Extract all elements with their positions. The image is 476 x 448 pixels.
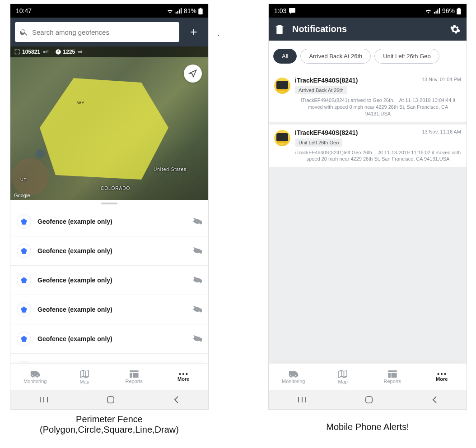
geofence-polygon[interactable] <box>37 74 173 182</box>
geofence-item[interactable]: Geofence (example only) <box>10 266 208 295</box>
nav-monitoring-label: Monitoring <box>282 379 305 384</box>
nav-map[interactable]: Map <box>318 364 368 390</box>
nav-more[interactable]: More <box>417 364 467 390</box>
status-time: 10:47 <box>16 7 32 14</box>
geofence-name: Geofence (example only) <box>37 247 187 254</box>
stat-area-unit: mi² <box>43 50 49 54</box>
phone-geofences: 10:47 81% 105821 mi² 1225 m <box>10 4 209 410</box>
nav-more-label: More <box>177 376 189 382</box>
geofence-item[interactable]: Geofence (example only) <box>10 295 208 324</box>
pentagon-icon <box>17 214 31 229</box>
caption-left-line2: (Polygon,Circle,Square,Line,Draw) <box>10 425 209 435</box>
home-button[interactable] <box>365 396 373 404</box>
visibility-off-icon[interactable] <box>193 217 202 226</box>
recents-button[interactable] <box>298 396 307 403</box>
geofence-item[interactable]: Geofence (example only) <box>10 324 208 354</box>
nav-reports[interactable]: Reports <box>368 364 417 390</box>
van-icon <box>30 370 40 378</box>
notification-title: iTrackEF4940S(8241) <box>295 129 417 136</box>
recents-button[interactable] <box>39 396 48 403</box>
search-field[interactable] <box>32 28 175 36</box>
location-arrow-icon <box>188 69 197 78</box>
more-icon <box>179 373 188 375</box>
svg-point-16 <box>441 373 443 374</box>
header-bar <box>10 18 208 46</box>
bottom-nav: Monitoring Map Reports More <box>269 363 467 390</box>
visibility-off-icon[interactable] <box>193 276 202 284</box>
nav-map-label: Map <box>338 379 348 384</box>
filter-chip-all[interactable]: All <box>273 49 297 64</box>
notification-card[interactable]: iTrackEF4940S(8241)Arrived Back At 26th1… <box>269 72 467 122</box>
page-title: Notifications <box>292 24 442 34</box>
add-button[interactable] <box>184 22 204 42</box>
bottom-nav: Monitoring Map Reports More <box>10 363 208 390</box>
status-battery: 96% <box>442 7 455 14</box>
visibility-off-icon[interactable] <box>193 305 202 314</box>
pentagon-icon <box>17 244 31 258</box>
wifi-icon <box>167 8 173 14</box>
nav-more-label: More <box>436 376 448 382</box>
svg-rect-21 <box>366 397 372 403</box>
notification-tag: Unit Left 26th Geo <box>295 139 342 147</box>
svg-point-10 <box>186 373 188 374</box>
header-bar: Notifications <box>269 18 467 41</box>
geofence-name: Geofence (example only) <box>37 218 187 225</box>
nav-map[interactable]: Map <box>60 364 110 390</box>
map[interactable]: 105821 mi² 1225 mi WY COLORADO United St… <box>10 46 208 200</box>
filter-chip-arrived[interactable]: Arrived Back At 26th <box>300 49 371 64</box>
geofence-item[interactable]: Geofence (example only) <box>10 236 208 266</box>
search-input[interactable] <box>15 22 179 42</box>
gear-icon[interactable] <box>450 24 460 34</box>
notification-title: iTrackEF4940S(8241) <box>295 77 417 84</box>
map-label-wy: WY <box>77 101 85 105</box>
battery-icon <box>198 8 203 14</box>
visibility-off-icon[interactable] <box>193 247 202 255</box>
svg-point-9 <box>182 373 184 374</box>
locate-me-button[interactable] <box>184 65 202 83</box>
svg-rect-14 <box>107 397 114 403</box>
filter-chip-left[interactable]: Unit Left 26th Geo <box>374 49 439 64</box>
svg-point-17 <box>444 373 446 374</box>
drag-handle[interactable] <box>101 203 117 204</box>
nav-reports[interactable]: Reports <box>109 364 159 390</box>
geofence-name: Geofence (example only) <box>37 335 187 342</box>
van-icon <box>289 370 299 378</box>
map-label-co: COLORADO <box>101 186 130 191</box>
home-button[interactable] <box>107 396 115 404</box>
nav-more[interactable]: More <box>159 364 209 390</box>
caption-left: Perimeter Fence (Polygon,Circle,Square,L… <box>10 414 209 435</box>
wifi-icon <box>425 8 432 14</box>
separator-dot: . <box>218 29 219 37</box>
nav-monitoring[interactable]: Monitoring <box>269 364 318 390</box>
notification-time: 13 Nov, 11:16 AM <box>422 129 461 134</box>
signal-icon <box>175 8 182 14</box>
back-button[interactable] <box>431 396 438 404</box>
plus-icon <box>189 27 199 37</box>
perimeter-icon <box>55 49 61 55</box>
svg-marker-2 <box>21 218 27 224</box>
nav-map-label: Map <box>80 379 89 384</box>
visibility-off-icon[interactable] <box>193 335 202 343</box>
area-icon <box>14 49 20 55</box>
notification-card[interactable]: iTrackEF4940S(8241)Unit Left 26th Geo13 … <box>269 125 467 167</box>
nav-reports-label: Reports <box>125 379 143 384</box>
geofence-item[interactable]: Geofence (example only) <box>10 207 208 236</box>
nav-monitoring[interactable]: Monitoring <box>10 364 60 390</box>
pentagon-icon <box>17 302 31 317</box>
vehicle-icon <box>274 78 290 94</box>
notification-time: 13 Nov, 01:04 PM <box>422 77 461 82</box>
reports-icon <box>130 370 139 378</box>
android-nav-bar <box>10 390 208 409</box>
pentagon-icon <box>17 273 31 287</box>
back-button[interactable] <box>173 396 179 404</box>
svg-marker-6 <box>21 336 27 342</box>
notification-tag: Arrived Back At 26th <box>295 86 347 94</box>
message-icon <box>289 8 295 14</box>
svg-marker-5 <box>21 306 27 312</box>
geofence-list[interactable]: Geofence (example only)Geofence (example… <box>10 207 208 383</box>
trash-icon[interactable] <box>275 24 284 34</box>
vehicle-icon <box>274 130 290 146</box>
stat-perim-value: 1225 <box>63 49 75 55</box>
stat-perim-unit: mi <box>78 50 82 54</box>
notification-list[interactable]: iTrackEF4940S(8241)Arrived Back At 26th1… <box>269 72 467 368</box>
